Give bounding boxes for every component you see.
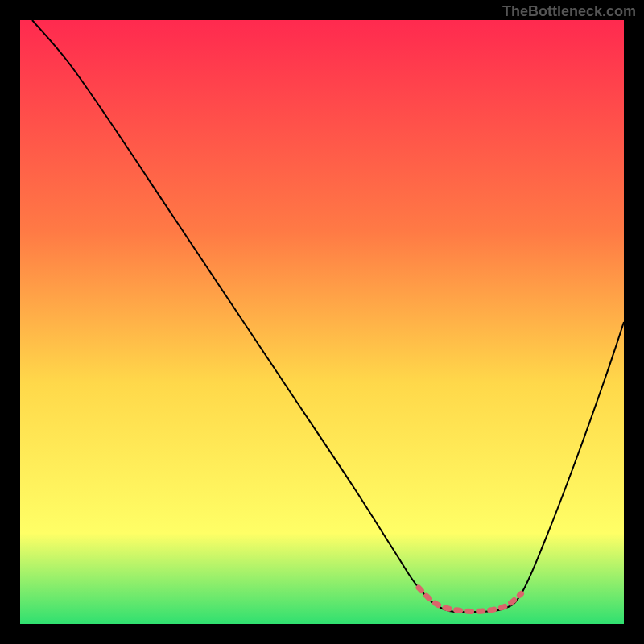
gradient-background <box>20 20 624 624</box>
watermark-text: TheBottleneck.com <box>502 3 636 20</box>
chart-area <box>20 20 624 624</box>
bottleneck-chart <box>20 20 624 624</box>
